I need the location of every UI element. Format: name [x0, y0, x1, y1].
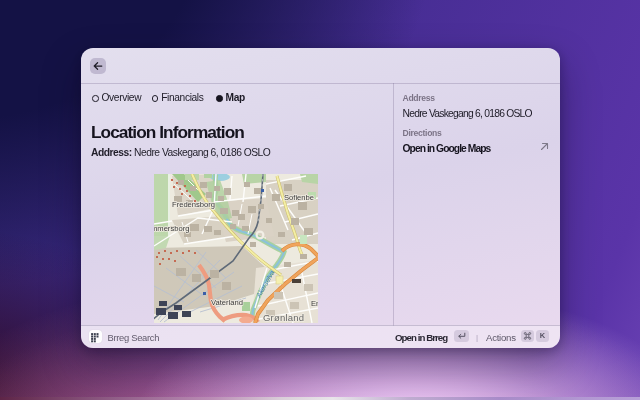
svg-text:Fredensborg: Fredensborg [172, 200, 215, 209]
svg-text:mmersborg: mmersborg [154, 224, 189, 233]
svg-text:Sofienbe: Sofienbe [284, 193, 314, 202]
svg-text:Grønland: Grønland [263, 312, 304, 323]
svg-text:Vaterland: Vaterland [211, 298, 243, 307]
svg-text:En: En [311, 299, 318, 308]
